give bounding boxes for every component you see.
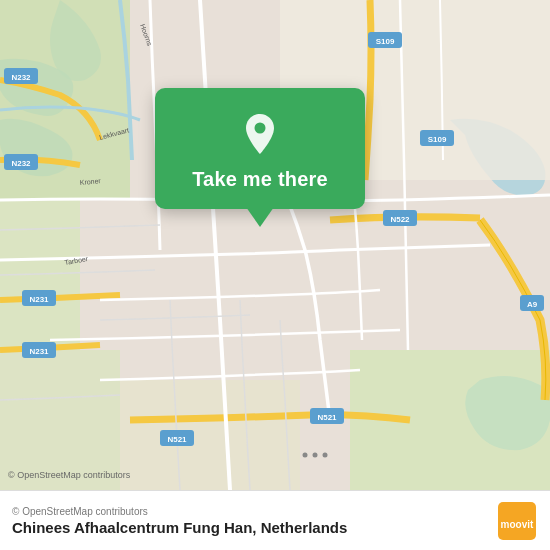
svg-point-35 bbox=[255, 123, 266, 134]
take-me-there-button[interactable]: Take me there bbox=[192, 168, 328, 191]
svg-text:N521: N521 bbox=[317, 413, 337, 422]
bottom-bar: © OpenStreetMap contributors Chinees Afh… bbox=[0, 490, 550, 550]
svg-text:N522: N522 bbox=[390, 215, 410, 224]
moovit-icon: moovit bbox=[498, 502, 536, 540]
navigation-popup: Take me there bbox=[155, 88, 365, 209]
svg-point-31 bbox=[303, 453, 308, 458]
map-area: N232 N232 S109 S109 N522 A9 N231 N231 N5… bbox=[0, 0, 550, 490]
svg-text:N231: N231 bbox=[29, 347, 49, 356]
svg-rect-5 bbox=[120, 380, 300, 490]
svg-text:© OpenStreetMap contributors: © OpenStreetMap contributors bbox=[8, 470, 131, 480]
svg-text:N232: N232 bbox=[11, 73, 31, 82]
location-name: Chinees Afhaalcentrum Fung Han, Netherla… bbox=[12, 519, 347, 536]
svg-point-32 bbox=[313, 453, 318, 458]
svg-text:N232: N232 bbox=[11, 159, 31, 168]
svg-text:moovit: moovit bbox=[501, 519, 534, 530]
location-pin-icon bbox=[236, 110, 284, 158]
svg-text:S109: S109 bbox=[376, 37, 395, 46]
moovit-logo: moovit bbox=[498, 502, 536, 540]
bottom-bar-info: © OpenStreetMap contributors Chinees Afh… bbox=[12, 506, 347, 536]
svg-text:N231: N231 bbox=[29, 295, 49, 304]
svg-point-33 bbox=[323, 453, 328, 458]
svg-rect-4 bbox=[0, 350, 120, 490]
svg-text:A9: A9 bbox=[527, 300, 538, 309]
svg-text:N521: N521 bbox=[167, 435, 187, 444]
svg-text:S109: S109 bbox=[428, 135, 447, 144]
copyright-text: © OpenStreetMap contributors bbox=[12, 506, 347, 517]
